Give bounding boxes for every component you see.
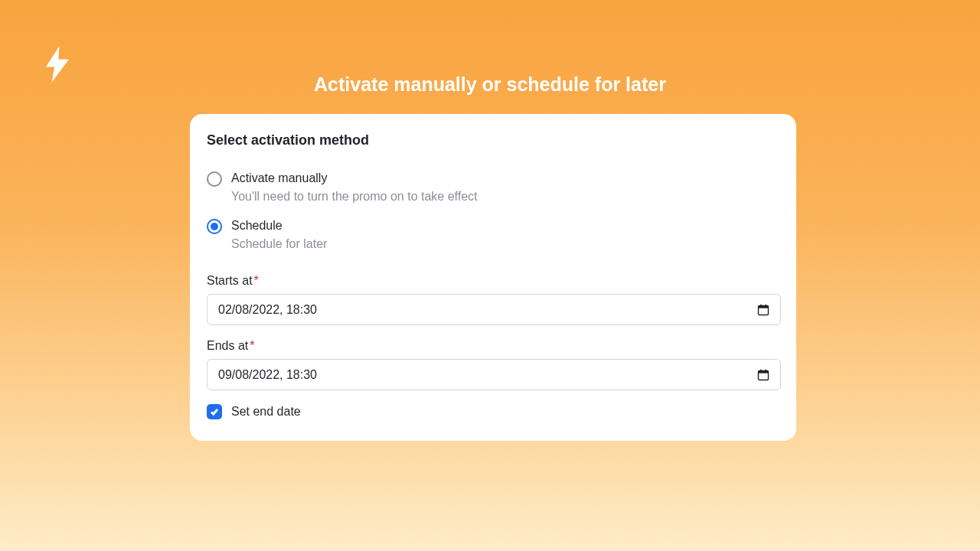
- radio-description: You'll need to turn the promo on to take…: [231, 190, 779, 204]
- radio-label: Activate manually: [231, 170, 779, 187]
- svg-rect-2: [760, 304, 762, 306]
- svg-rect-5: [759, 370, 769, 373]
- required-asterisk: *: [250, 339, 254, 352]
- ends-at-label: Ends at*: [207, 339, 779, 353]
- svg-rect-3: [765, 304, 766, 306]
- set-end-date-checkbox[interactable]: Set end date: [207, 404, 779, 419]
- set-end-date-label: Set end date: [231, 405, 301, 419]
- svg-rect-6: [760, 369, 762, 371]
- radio-label: Schedule: [231, 217, 779, 234]
- activation-method-radio-group: Activate manually You'll need to turn th…: [207, 170, 779, 251]
- calendar-icon: [757, 304, 769, 316]
- ends-at-value: 09/08/2022, 18:30: [218, 368, 757, 382]
- starts-at-label: Starts at*: [207, 274, 779, 288]
- starts-at-value: 02/08/2022, 18:30: [218, 303, 757, 317]
- svg-rect-1: [759, 305, 769, 308]
- radio-schedule[interactable]: Schedule Schedule for later: [207, 217, 779, 251]
- checkbox-checked-icon: [207, 404, 222, 419]
- radio-indicator-unselected: [207, 171, 222, 187]
- radio-description: Schedule for later: [231, 237, 779, 251]
- required-asterisk: *: [254, 274, 259, 287]
- ends-at-input[interactable]: 09/08/2022, 18:30: [207, 359, 781, 390]
- page-title: Activate manually or schedule for later: [0, 73, 980, 96]
- activation-card: Select activation method Activate manual…: [190, 114, 796, 441]
- starts-at-field: Starts at* 02/08/2022, 18:30: [207, 274, 779, 325]
- card-title: Select activation method: [207, 132, 779, 148]
- ends-at-field: Ends at* 09/08/2022, 18:30: [207, 339, 779, 390]
- svg-rect-7: [765, 369, 766, 371]
- calendar-icon: [757, 369, 769, 381]
- starts-at-input[interactable]: 02/08/2022, 18:30: [207, 294, 781, 325]
- radio-indicator-selected: [207, 219, 222, 234]
- radio-activate-manually[interactable]: Activate manually You'll need to turn th…: [207, 170, 779, 204]
